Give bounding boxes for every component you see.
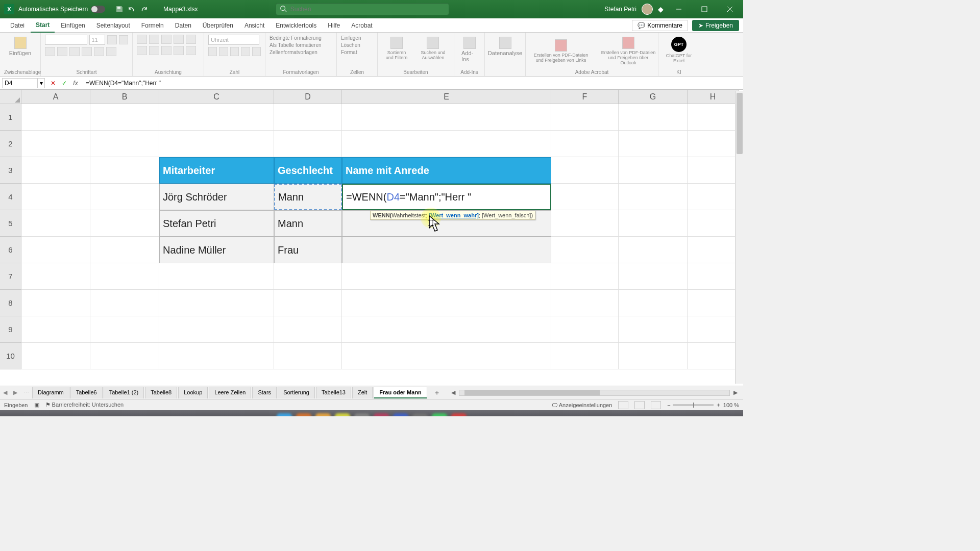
numberformat-combo[interactable]: Uhrzeit	[208, 35, 259, 45]
add-sheet-button[interactable]: ＋	[428, 388, 446, 397]
cell-C8[interactable]	[159, 290, 274, 316]
taskbar-app-icon[interactable]	[393, 413, 408, 416]
pdf-outlook-button[interactable]: Erstellen von PDF-Dateien und Freigeben …	[597, 35, 659, 67]
tab-seitenlayout[interactable]: Seitenlayout	[91, 19, 135, 32]
find-select-button[interactable]: Suchen und Auswählen	[416, 35, 450, 62]
scroll-left-icon[interactable]: ◀	[450, 389, 457, 396]
cell-H7[interactable]	[688, 263, 739, 290]
cell-A7[interactable]	[21, 263, 90, 290]
cell-D4[interactable]: Mann	[274, 184, 342, 210]
cell-E10[interactable]	[342, 343, 551, 369]
accessibility-status[interactable]: ⚑ Barrierefreiheit: Untersuchen	[45, 402, 124, 408]
sheet-tab[interactable]: Tabelle1 (2)	[104, 387, 144, 398]
paste-button[interactable]: Einfügen	[4, 35, 36, 58]
cell-C9[interactable]	[159, 316, 274, 343]
addins-button[interactable]: Add-Ins	[458, 35, 480, 64]
sheet-nav-prev-icon[interactable]: ◀	[0, 389, 10, 396]
row-header-5[interactable]: 5	[0, 210, 21, 237]
confirm-icon[interactable]: ✓	[59, 78, 69, 88]
cell-G3[interactable]	[619, 157, 688, 184]
taskbar-app-icon[interactable]	[315, 413, 331, 416]
cell-G9[interactable]	[619, 316, 688, 343]
tab-start[interactable]: Start	[31, 18, 55, 33]
sheet-tab[interactable]: Tabelle13	[316, 387, 351, 398]
cell-E2[interactable]	[342, 131, 551, 157]
tooltip-arg1[interactable]: Wahrheitstest	[391, 212, 426, 218]
tab-datei[interactable]: Datei	[5, 19, 30, 32]
tab-formeln[interactable]: Formeln	[136, 19, 169, 32]
align-right-icon[interactable]	[161, 46, 172, 55]
worksheet-grid[interactable]: ABCDEFGH 12345678910 MitarbeiterGeschlec…	[0, 90, 743, 386]
cell-C3[interactable]: Mitarbeiter	[159, 157, 274, 184]
cell-F5[interactable]	[551, 210, 619, 237]
tab-hilfe[interactable]: Hilfe	[323, 19, 345, 32]
cell-H1[interactable]	[688, 104, 739, 131]
font-combo[interactable]	[45, 35, 87, 45]
cell-D7[interactable]	[274, 263, 342, 290]
cell-D9[interactable]	[274, 316, 342, 343]
scroll-right-icon[interactable]: ▶	[732, 389, 739, 396]
cell-B10[interactable]	[90, 343, 159, 369]
cell-C7[interactable]	[159, 263, 274, 290]
cell-E9[interactable]	[342, 316, 551, 343]
cell-B5[interactable]	[90, 210, 159, 237]
cell-A6[interactable]	[21, 237, 90, 263]
undo-icon[interactable]	[128, 5, 136, 13]
dataanalysis-button[interactable]: Datenanalyse	[489, 35, 521, 58]
sheet-tab[interactable]: Stars	[252, 387, 277, 398]
dec-inc-icon[interactable]	[241, 47, 250, 56]
zoom-value[interactable]: 100 %	[723, 402, 739, 408]
tab-ansicht[interactable]: Ansicht	[239, 19, 270, 32]
cell-B9[interactable]	[90, 316, 159, 343]
cell-F2[interactable]	[551, 131, 619, 157]
name-box[interactable]: D4	[2, 78, 38, 88]
row-header-9[interactable]: 9	[0, 316, 21, 343]
cell-D3[interactable]: Geschlecht	[274, 157, 342, 184]
indent-dec-icon[interactable]	[174, 46, 184, 55]
cell-H9[interactable]	[688, 316, 739, 343]
col-header-E[interactable]: E	[342, 90, 551, 104]
cell-A9[interactable]	[21, 316, 90, 343]
cell-D1[interactable]	[274, 104, 342, 131]
dec-dec-icon[interactable]	[252, 47, 261, 56]
cell-A1[interactable]	[21, 104, 90, 131]
freigeben-button[interactable]: ➤ Freigeben	[692, 20, 739, 31]
cell-A4[interactable]	[21, 184, 90, 210]
cell-H3[interactable]	[688, 157, 739, 184]
thousand-icon[interactable]	[230, 47, 239, 56]
orientation-icon[interactable]	[174, 35, 184, 44]
indent-inc-icon[interactable]	[186, 46, 196, 55]
cell-F9[interactable]	[551, 316, 619, 343]
cell-H8[interactable]	[688, 290, 739, 316]
cell-G7[interactable]	[619, 263, 688, 290]
align-left-icon[interactable]	[137, 46, 147, 55]
row-header-3[interactable]: 3	[0, 157, 21, 184]
function-tooltip[interactable]: WENN(Wahrheitstest; [Wert_wenn_wahr]; [W…	[370, 211, 535, 220]
tab-einfuegen[interactable]: Einfügen	[56, 19, 90, 32]
cell-C2[interactable]	[159, 131, 274, 157]
cancel-icon[interactable]: ✕	[48, 78, 58, 88]
row-header-8[interactable]: 8	[0, 290, 21, 316]
tab-ueberpruefen[interactable]: Überprüfen	[198, 19, 238, 32]
kommentare-button[interactable]: 💬 Kommentare	[632, 20, 688, 31]
table-format-button[interactable]: Als Tabelle formatieren	[270, 42, 332, 49]
vertical-scrollbar[interactable]	[735, 91, 743, 384]
col-header-F[interactable]: F	[551, 90, 619, 104]
col-header-C[interactable]: C	[159, 90, 274, 104]
cell-G6[interactable]	[619, 237, 688, 263]
cell-B7[interactable]	[90, 263, 159, 290]
tab-daten[interactable]: Daten	[170, 19, 197, 32]
italic-icon[interactable]	[57, 47, 67, 56]
cell-styles-button[interactable]: Zellenformatvorlagen	[270, 49, 332, 56]
sort-filter-button[interactable]: Sortieren und Filtern	[382, 35, 411, 62]
sheet-nav-next-icon[interactable]: ▶	[10, 389, 20, 396]
search-box[interactable]	[276, 3, 449, 15]
cell-G2[interactable]	[619, 131, 688, 157]
taskbar-app-icon[interactable]	[412, 413, 428, 416]
cell-G10[interactable]	[619, 343, 688, 369]
fontcolor-icon[interactable]	[106, 47, 116, 56]
cell-F3[interactable]	[551, 157, 619, 184]
cell-D8[interactable]	[274, 290, 342, 316]
cell-B1[interactable]	[90, 104, 159, 131]
cell-F6[interactable]	[551, 237, 619, 263]
